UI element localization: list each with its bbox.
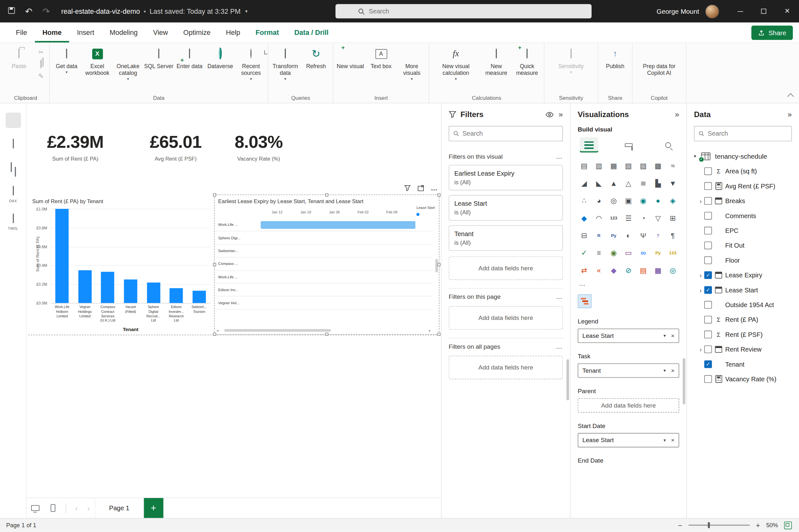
visual-type-card[interactable]: 123 — [606, 212, 621, 224]
checkbox-floor[interactable] — [704, 256, 712, 264]
rail-dax-query-view[interactable]: DAX — [2, 181, 24, 205]
bar-edison-investm-research-ltd[interactable] — [170, 288, 183, 303]
zoom-slider[interactable] — [688, 525, 750, 526]
checkbox-breaks[interactable] — [704, 197, 712, 205]
visual-type-smart-narrative[interactable]: ¶ — [666, 229, 680, 242]
bar-switzerl-tourism[interactable] — [192, 291, 206, 303]
more-options-icon[interactable]: … — [431, 184, 438, 192]
rail-model-view[interactable] — [2, 158, 24, 177]
ribbon-new-visual-button[interactable]: New visual — [335, 44, 366, 70]
more-options-icon[interactable]: … — [556, 293, 563, 300]
checkbox-outside-1954-act[interactable] — [704, 301, 712, 309]
analytics-tab[interactable] — [659, 137, 677, 153]
field-pill-lease-start[interactable]: Lease Start▾× — [578, 328, 679, 343]
visual-type-calculation-visual[interactable]: 123 — [666, 247, 680, 259]
visual-type-waterfall-chart[interactable]: ▙ — [650, 177, 665, 189]
chevron-down-icon[interactable]: ▾ — [691, 154, 699, 159]
share-button[interactable]: Share — [751, 25, 793, 40]
scroll-track[interactable] — [220, 329, 427, 332]
visual-type-multi-row-card[interactable]: ☰ — [621, 212, 636, 224]
bar-vacant-fitted[interactable] — [124, 280, 137, 303]
next-page-button[interactable]: › — [82, 504, 95, 512]
mobile-layout-button[interactable] — [44, 498, 61, 518]
ribbon-more-visuals-button[interactable]: More visuals▾ — [396, 44, 427, 81]
checkbox-rent-pa[interactable] — [704, 316, 712, 323]
field-row-lease-start[interactable]: ›✓Lease Start — [691, 283, 795, 297]
field-row-rent-pa[interactable]: ΣRent (£ PA) — [691, 312, 795, 327]
bar-chart-visual[interactable]: Sum of Rent (£ PA) by Tenant Sum of Rent… — [28, 195, 213, 335]
visual-type-map[interactable]: ◉ — [636, 194, 650, 207]
visual-type-matrix[interactable]: ⊟ — [577, 229, 592, 242]
ribbon-onelake-catalog-button[interactable]: OneLake catalog▾ — [113, 44, 144, 81]
redo-button[interactable]: ↷ — [42, 6, 50, 17]
visual-type-custom-donut-visual[interactable]: ◎ — [666, 264, 680, 277]
ribbon-new-visual-calculation-button[interactable]: New visual calculation▾ — [431, 44, 481, 81]
add-data-fields-drop[interactable]: Add data fields here — [449, 306, 563, 330]
visual-type-line-stacked-column-chart[interactable]: ▲ — [606, 177, 621, 189]
visual-type-paginated-report[interactable]: ≡ — [592, 247, 606, 259]
selection-handle[interactable] — [213, 263, 217, 266]
visual-type-line-chart[interactable]: ≈ — [666, 159, 680, 172]
filter-card-earliest-lease-expiry[interactable]: Earliest Lease Expiryis (All) — [449, 165, 563, 190]
scrollbar-thumb[interactable] — [683, 358, 685, 404]
visual-type-line-clustered-column-chart[interactable]: △ — [621, 177, 636, 189]
field-row-floor[interactable]: Floor — [691, 253, 795, 267]
ribbon-publish-button[interactable]: Publish — [600, 44, 631, 70]
visual-type-clustered-bar-chart[interactable]: ▦ — [606, 159, 621, 172]
gantt-horizontal-scrollbar[interactable]: ◂ ▸ — [217, 328, 431, 333]
checkbox-rent-psf[interactable] — [704, 331, 712, 339]
focus-mode-icon[interactable] — [417, 185, 424, 192]
visual-type-text-filter-visual[interactable]: « — [592, 264, 606, 277]
filter-icon[interactable] — [404, 185, 411, 192]
kpi-card-avg-rent-psf[interactable]: £65.01Avg Rent (£ PSF) — [130, 132, 222, 162]
ribbon-text-box-button[interactable]: Text box — [366, 44, 396, 70]
filters-search-input[interactable] — [463, 130, 558, 137]
visual-type-stacked-bar-chart[interactable]: ▤ — [577, 159, 592, 172]
field-row-fit-out[interactable]: Fit Out — [691, 238, 795, 253]
table-row-tenancy-schedule[interactable]: ▾ ✓ tenancy-schedule — [691, 148, 795, 164]
visual-type-funnel-chart[interactable]: ▼ — [666, 177, 680, 189]
collapse-pane-icon[interactable]: » — [559, 111, 563, 118]
ribbon-get-data-button[interactable]: Get data▾ — [51, 44, 82, 75]
ribbon-refresh-button[interactable]: Refresh — [301, 44, 331, 70]
filter-card-lease-start[interactable]: Lease Startis (All) — [449, 195, 563, 221]
checkbox-vacancy-rate[interactable] — [704, 375, 712, 383]
kpi-card-vacancy-rate[interactable]: 8.03%Vacancy Rate (%) — [212, 132, 305, 162]
bar-vegner-holdings-limited[interactable] — [78, 270, 92, 303]
chevron-right-icon[interactable]: › — [697, 198, 704, 204]
visual-type-arcgis-map[interactable]: ◉ — [606, 247, 621, 259]
chevron-right-icon[interactable]: › — [697, 287, 704, 293]
field-row-rent-psf[interactable]: ΣRent (£ PSF) — [691, 327, 795, 342]
ribbon-excel-workbook-button[interactable]: Excel workbook — [82, 44, 113, 76]
remove-field-icon[interactable]: × — [671, 332, 674, 339]
search-input[interactable] — [369, 8, 563, 15]
new-page-button[interactable]: + — [144, 498, 163, 518]
selection-handle[interactable] — [213, 333, 217, 336]
checkbox-epc[interactable] — [704, 227, 712, 234]
kpi-card-sum-of-rent-pa[interactable]: £2.39MSum of Rent (£ PA) — [29, 132, 121, 162]
collapse-pane-icon[interactable]: » — [787, 111, 792, 118]
eye-icon[interactable] — [545, 111, 554, 117]
menu-tab-file[interactable]: File — [8, 22, 35, 42]
scroll-right-icon[interactable]: ▸ — [429, 328, 431, 332]
menu-tab-home[interactable]: Home — [35, 22, 69, 42]
build-visual-tab[interactable] — [580, 137, 598, 153]
menu-tab-data-drill[interactable]: Data / Drill — [286, 22, 336, 42]
ribbon-prep-copilot-button[interactable]: Prep data for Copilot AI — [634, 44, 684, 76]
desktop-layout-button[interactable] — [26, 498, 44, 518]
visual-type-pie-chart[interactable]: ◕ — [592, 194, 606, 207]
field-row-outside-1954-act[interactable]: Outside 1954 Act — [691, 298, 795, 312]
rail-tmdl-view[interactable]: TMDL — [2, 209, 24, 232]
visual-type-area-chart[interactable]: ◢ — [577, 177, 592, 189]
visual-type-custom-bars-visual[interactable]: ▤ — [636, 264, 650, 277]
visual-type-ribbon-chart[interactable]: ≋ — [636, 177, 650, 189]
add-data-fields-drop[interactable]: Add data fields here — [449, 256, 563, 280]
add-data-fields-drop[interactable]: Add data fields here — [449, 356, 563, 379]
close-button[interactable]: × — [775, 0, 799, 22]
field-row-lease-expiry[interactable]: ›✓Lease Expiry — [691, 268, 795, 283]
ribbon-enter-data-button[interactable]: Enter data — [174, 44, 205, 70]
visual-type-r-script-visual[interactable]: R — [592, 229, 606, 242]
visual-type-custom-slashed-visual[interactable]: ⊘ — [621, 264, 636, 277]
ribbon-new-measure-button[interactable]: New measure — [481, 44, 512, 76]
checkbox-lease-expiry[interactable]: ✓ — [704, 271, 712, 279]
